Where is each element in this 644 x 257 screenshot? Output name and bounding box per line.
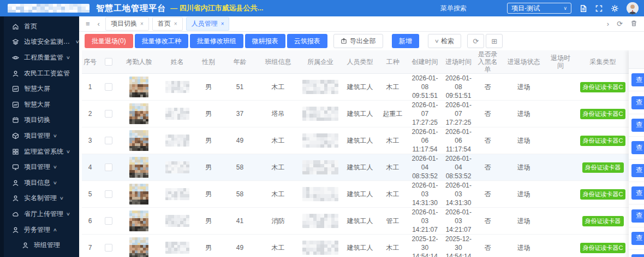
view-button[interactable]: 查 xyxy=(631,209,644,223)
name-cell xyxy=(159,208,195,235)
blacklist-cell: 否 xyxy=(475,208,500,235)
toolbar-button-1[interactable]: 批量修改工种 xyxy=(135,34,188,48)
view-button[interactable]: 查 xyxy=(631,232,644,245)
action-cell-8: 查 xyxy=(629,227,644,250)
row-checkbox[interactable] xyxy=(105,137,112,144)
company-cell xyxy=(299,208,342,235)
company-cell xyxy=(299,181,342,208)
toolbar-button-5[interactable]: 导出全部 xyxy=(333,34,383,48)
person-icon xyxy=(12,226,19,233)
sidebar-item-3[interactable]: 农民工工资监管 xyxy=(0,66,79,81)
close-icon[interactable]: × xyxy=(174,21,177,27)
gear-icon[interactable] xyxy=(611,4,619,13)
enter-time-cell: 2026-01-0809:51:51 xyxy=(442,74,475,101)
home-icon xyxy=(12,23,19,30)
name-blurred xyxy=(165,108,189,120)
row-index: 1 xyxy=(82,74,98,101)
row-checkbox[interactable] xyxy=(105,163,112,171)
sidebar-item-13[interactable]: 劳务管理∧ xyxy=(0,222,79,238)
pinned-action-column: 查查查查查查查查查 xyxy=(629,50,644,257)
team-cell: 木工 xyxy=(258,235,299,257)
project-select-value: 项目-测试 xyxy=(511,4,563,13)
exit-time-cell xyxy=(547,208,574,235)
tab-2[interactable]: 人员管理× xyxy=(186,17,230,31)
sidebar-item-label: 农民工工资监管 xyxy=(24,69,70,78)
sidebar-item-label: 智慧大屏 xyxy=(24,100,50,109)
sidebar-item-5[interactable]: 智慧大屏 xyxy=(0,97,79,113)
toolbar-button-9[interactable]: ⊞ xyxy=(486,34,503,48)
column-header-15: 采集类型 xyxy=(574,50,631,74)
project-select[interactable]: 项目-测试 ∨ xyxy=(507,3,571,14)
toolbar-button-0[interactable]: 批量退场(0) xyxy=(85,34,133,48)
blacklist-cell: 否 xyxy=(475,127,500,154)
view-button[interactable]: 查 xyxy=(631,186,644,200)
row-checkbox[interactable] xyxy=(105,190,112,198)
header-select-all[interactable] xyxy=(98,50,118,74)
column-header-2: 考勤人脸 xyxy=(118,50,159,74)
chevron-down-icon: ∨ xyxy=(53,165,57,170)
menu-search-link[interactable]: 菜单搜索 xyxy=(440,4,467,13)
row-checkbox-cell xyxy=(98,154,118,181)
hamburger-icon[interactable]: ≡ xyxy=(84,20,92,27)
view-button[interactable]: 查 xyxy=(631,164,644,177)
sidebar-item-label: 省厅上传管理 xyxy=(24,209,63,219)
sidebar-item-2[interactable]: 工程质量监管∨ xyxy=(0,50,79,66)
row-checkbox[interactable] xyxy=(105,110,112,118)
sidebar-item-14[interactable]: 班组管理 xyxy=(0,237,79,253)
company-blurred xyxy=(302,241,338,255)
name-cell xyxy=(159,181,195,208)
collect-type-cell: 身份证读卡器 xyxy=(574,208,631,235)
sidebar-item-10[interactable]: 项目信息∨ xyxy=(0,175,79,191)
team-cell: 木工 xyxy=(258,74,299,101)
company-cell xyxy=(299,127,342,154)
chevron-right-icon[interactable]: › xyxy=(605,20,611,27)
view-button[interactable]: 查 xyxy=(631,96,644,109)
chevron-left-icon[interactable]: ‹ xyxy=(96,20,102,27)
tab-0[interactable]: 项目切换× xyxy=(105,17,149,31)
face-photo-cell xyxy=(118,127,159,154)
exit-time-cell xyxy=(547,154,574,181)
toolbar-button-3[interactable]: 微耕报表 xyxy=(245,34,285,48)
sidebar-item-1[interactable]: 边坡安全监测系统∨ xyxy=(0,34,79,50)
sidebar-item-11[interactable]: 实名制管理∨ xyxy=(0,191,79,207)
name-cell xyxy=(159,74,195,101)
sidebar-item-label: 工程质量监管 xyxy=(24,53,63,62)
collect-type-cell: 身份证读卡器C xyxy=(574,181,631,208)
row-checkbox[interactable] xyxy=(105,83,112,91)
tab-1[interactable]: 首页× xyxy=(152,17,183,31)
row-checkbox[interactable] xyxy=(105,244,112,252)
view-button[interactable]: 查 xyxy=(631,141,644,154)
sidebar-item-8[interactable]: 监理监管系统∨ xyxy=(0,144,79,160)
sidebar-item-6[interactable]: 项目切换 xyxy=(0,113,79,128)
sidebar-item-7[interactable]: 项目管理∨ xyxy=(0,128,79,144)
sidebar-item-4[interactable]: 智慧大屏 xyxy=(0,81,79,97)
sidebar-item-9[interactable]: 项目管理∨ xyxy=(0,159,79,175)
close-icon[interactable]: × xyxy=(140,21,144,27)
entry-status-cell: 进场 xyxy=(500,74,547,101)
toolbar-button-8[interactable]: ⟳ xyxy=(467,34,484,48)
row-checkbox[interactable] xyxy=(105,217,112,225)
toolbar-button-7[interactable]: ∨检索 xyxy=(428,34,462,48)
chevron-down-icon: ∨ xyxy=(66,55,70,60)
view-button[interactable]: 查 xyxy=(631,73,644,86)
close-icon[interactable]: × xyxy=(221,21,224,27)
document-icon[interactable] xyxy=(579,4,587,13)
view-button[interactable]: 查 xyxy=(631,119,644,132)
action-column-header xyxy=(629,50,644,69)
sidebar-item-0[interactable]: 首页 xyxy=(0,19,79,34)
trash-icon[interactable] xyxy=(628,20,640,28)
refresh-icon[interactable]: ⟳ xyxy=(615,20,625,27)
table-row-3: 3男49木工建筑工人木工2026-01-0611:17:542026-01-06… xyxy=(82,127,631,154)
blacklist-cell: 否 xyxy=(475,154,500,181)
fullscreen-icon[interactable] xyxy=(595,4,603,13)
created-time-cell: 2026-01-0314:21:07 xyxy=(408,208,442,235)
view-button[interactable]: 查 xyxy=(631,254,644,257)
sidebar-item-12[interactable]: 省厅上传管理∨ xyxy=(0,206,79,222)
user-avatar[interactable] xyxy=(627,2,639,14)
toolbar-button-6[interactable]: 新增 xyxy=(392,34,419,48)
toolbar-button-2[interactable]: 批量修改班组 xyxy=(190,34,243,48)
select-all-checkbox[interactable] xyxy=(105,58,112,66)
row-checkbox-cell xyxy=(98,181,118,208)
toolbar-button-4[interactable]: 云筑报表 xyxy=(287,34,327,48)
created-time-cell: 2026-01-0408:53:52 xyxy=(408,154,442,181)
